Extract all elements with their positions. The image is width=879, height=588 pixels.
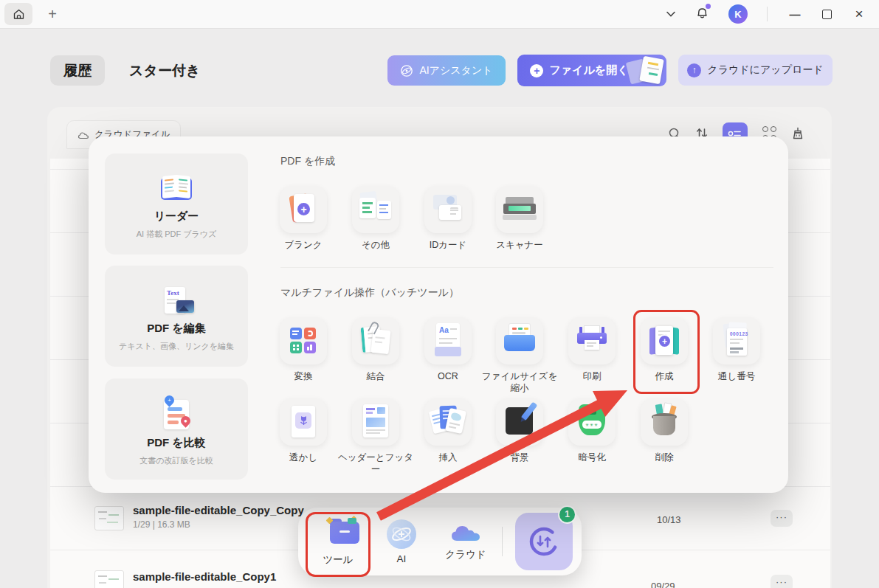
upload-cloud-button[interactable]: ↑ クラウドにアップロード [678, 55, 833, 86]
row-menu-button[interactable]: ··· [771, 510, 793, 527]
cloud-icon [77, 131, 89, 139]
notification-dot [706, 4, 711, 9]
shortcut-title: PDF を編集 [147, 322, 206, 336]
scanner-icon [496, 186, 543, 233]
divider [502, 527, 503, 556]
title-bar: + K — × [0, 0, 879, 29]
tool-others[interactable]: その他 [352, 186, 399, 233]
compare-pdf-icon: + ● [153, 392, 200, 431]
tool-convert[interactable]: 変換 [280, 317, 327, 364]
tool-background[interactable]: 背景 [496, 398, 543, 446]
home-tab[interactable] [4, 3, 32, 25]
ai-swirl-icon [400, 64, 413, 77]
file-name: sample-file-editable_Copy_Copy [133, 504, 304, 516]
open-file-button[interactable]: + ファイルを開く [517, 55, 666, 86]
avatar[interactable]: K [728, 4, 748, 24]
highlight-box-create-tool [633, 310, 700, 394]
highlight-box-tools-dock [306, 512, 370, 577]
tool-ocr[interactable]: Aa OCR [424, 317, 472, 364]
compress-icon [496, 317, 543, 364]
reader-book-icon [152, 169, 201, 204]
tool-compress[interactable]: ファイルサイズを縮小 [496, 317, 543, 364]
minimize-button[interactable]: — [787, 8, 803, 21]
divider [280, 267, 773, 268]
tool-print[interactable]: 印刷 [568, 317, 616, 364]
tool-watermark[interactable]: 透かし [280, 398, 327, 446]
file-meta: 1/29 | 16.3 MB [133, 519, 304, 530]
shortcut-subtitle: テキスト、画像、リンクを編集 [119, 341, 234, 352]
multiple-docs-icon [352, 186, 399, 233]
background-icon [496, 398, 543, 446]
sync-badge: 1 [558, 505, 576, 524]
maximize-button[interactable] [822, 10, 832, 19]
blank-page-icon: + [280, 186, 327, 233]
cleanup-icon[interactable] [790, 126, 805, 141]
file-name: sample-file-editable_Copy1 [133, 570, 276, 583]
dock-ai-label: AI [397, 553, 407, 564]
tool-scanner[interactable]: スキャナー [496, 186, 543, 233]
open-file-label: ファイルを開く [549, 63, 628, 77]
ai-assistant-label: AIアシスタント [419, 64, 492, 77]
tool-header-footer[interactable]: ヘッダーとフッター [352, 398, 399, 446]
sync-arrows-icon [527, 525, 561, 558]
file-thumbnail [94, 506, 124, 530]
dock-cloud-label: クラウド [445, 548, 486, 561]
tool-id-card[interactable]: IDカード [424, 186, 472, 233]
tool-encrypt[interactable]: ✳✳✳ 暗号化 [568, 398, 616, 446]
shortcut-subtitle: AI 搭載 PDF ブラウズ [137, 229, 217, 240]
file-date: 09/29 [651, 581, 675, 588]
insert-icon [424, 398, 472, 446]
delete-icon [641, 398, 688, 446]
combine-icon [352, 317, 399, 364]
dock-item-ai[interactable]: AI [372, 512, 431, 571]
notifications-button[interactable] [695, 5, 709, 23]
tool-delete[interactable]: 削除 [641, 398, 688, 446]
ai-atom-icon [387, 519, 416, 549]
tool-bates-number[interactable]: 000123 通し番号 [713, 317, 760, 364]
shortcut-title: PDF を比較 [147, 436, 206, 450]
tab-history[interactable]: 履歴 [50, 55, 105, 86]
divider [767, 7, 768, 21]
encrypt-icon: ✳✳✳ [568, 398, 616, 446]
shortcut-reader[interactable]: リーダー AI 搭載 PDF ブラウズ [105, 153, 248, 255]
tool-blank[interactable]: + ブランク [280, 186, 327, 233]
bates-number-icon: 000123 [713, 317, 760, 364]
chevron-down-icon[interactable] [666, 10, 676, 18]
cloud-colored-icon [449, 522, 482, 544]
print-icon [568, 317, 616, 364]
ai-assistant-button[interactable]: AIアシスタント [387, 55, 506, 86]
close-button[interactable]: × [851, 6, 867, 22]
section-heading-create: PDF を作成 [280, 155, 335, 168]
row-menu-button[interactable]: ··· [771, 575, 793, 588]
id-card-icon [424, 186, 472, 233]
section-heading-batch: マルチファイル操作（バッチツール） [280, 286, 459, 300]
plus-icon: + [530, 64, 543, 77]
shortcut-subtitle: 文書の改訂版を比較 [139, 455, 213, 466]
tool-combine[interactable]: 結合 [352, 317, 399, 364]
dock-item-cloud[interactable]: クラウド [436, 512, 495, 571]
home-icon [13, 8, 25, 21]
shortcut-title: リーダー [154, 210, 199, 224]
new-tab-button[interactable]: + [43, 4, 62, 24]
ocr-icon: Aa [424, 317, 472, 364]
header-footer-icon [352, 398, 399, 446]
watermark-icon [280, 398, 327, 446]
file-thumbnail [94, 570, 124, 588]
tab-starred[interactable]: スター付き [129, 55, 200, 86]
upload-arrow-icon: ↑ [687, 63, 701, 77]
shortcut-compare-pdf[interactable]: + ● PDF を比較 文書の改訂版を比較 [105, 378, 248, 480]
convert-icon [280, 317, 327, 364]
upload-cloud-label: クラウドにアップロード [707, 63, 823, 77]
file-date: 10/13 [657, 514, 681, 525]
papers-illustration [627, 56, 665, 86]
shortcut-edit-pdf[interactable]: Text PDF を編集 テキスト、画像、リンクを編集 [105, 266, 248, 367]
edit-pdf-icon: Text [154, 281, 199, 317]
tool-insert[interactable]: 挿入 [424, 398, 472, 446]
